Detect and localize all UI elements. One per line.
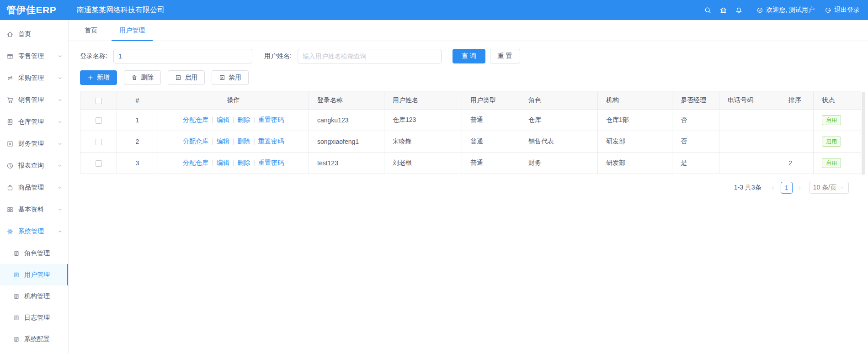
- row-is-manager: 否: [672, 131, 719, 153]
- sidebar-item-label: 采购管理: [18, 74, 44, 82]
- pagination-prev-button[interactable]: [768, 182, 779, 194]
- row-checkbox[interactable]: [96, 117, 102, 124]
- add-button[interactable]: 新增: [80, 70, 117, 85]
- sidebar-subitem-9-2[interactable]: 机构管理: [0, 285, 68, 307]
- action-link-1[interactable]: 编辑: [217, 116, 229, 123]
- column-header-2: 登录名称: [309, 91, 384, 110]
- login-name-input[interactable]: [113, 49, 252, 63]
- action-link-1[interactable]: 编辑: [217, 159, 229, 166]
- pagination-next-button[interactable]: [794, 182, 805, 194]
- delete-button[interactable]: 删除: [124, 70, 161, 85]
- table-scrollbar[interactable]: [862, 92, 865, 175]
- sidebar-item-9[interactable]: 系统管理: [0, 221, 68, 242]
- column-header-3: 用户姓名: [384, 91, 462, 110]
- user-name-input[interactable]: [298, 49, 442, 63]
- row-phone: [719, 131, 780, 153]
- action-link-2[interactable]: 删除: [237, 116, 250, 123]
- disable-button[interactable]: 禁用: [212, 70, 249, 85]
- row-login-name: songxiaofeng1: [309, 131, 384, 153]
- action-link-2[interactable]: 删除: [237, 137, 250, 145]
- sidebar-item-6[interactable]: 报表查询: [0, 155, 68, 177]
- row-user-name: 宋晓锋: [384, 131, 462, 153]
- sidebar-subitem-9-1[interactable]: 用户管理: [0, 264, 68, 285]
- row-status-cell: 启用: [814, 131, 861, 153]
- finance-icon: [6, 140, 14, 148]
- row-checkbox[interactable]: [96, 160, 102, 167]
- chevron-down-icon: [57, 141, 63, 147]
- goods-icon: [6, 184, 14, 191]
- enable-button[interactable]: 启用: [168, 70, 205, 85]
- user-status-icon: [756, 7, 763, 14]
- trash-icon: [131, 74, 138, 81]
- action-separator: |: [233, 116, 234, 123]
- action-link-1[interactable]: 编辑: [217, 137, 229, 145]
- row-is-manager: 是: [672, 153, 719, 174]
- user-welcome[interactable]: 欢迎您, 测试用户: [756, 6, 815, 14]
- action-link-0[interactable]: 分配仓库: [183, 116, 208, 123]
- sidebar-item-4[interactable]: 仓库管理: [0, 111, 68, 133]
- action-link-0[interactable]: 分配仓库: [183, 159, 208, 166]
- sidebar-item-0[interactable]: 首页: [0, 23, 68, 45]
- table-header-row: #操作登录名称用户姓名用户类型角色机构是否经理电话号码排序状态: [80, 91, 861, 110]
- chevron-right-icon: [797, 185, 803, 191]
- action-link-3[interactable]: 重置密码: [258, 137, 284, 145]
- page-size-select[interactable]: 10 条/页: [809, 182, 849, 194]
- column-header-10: 状态: [814, 91, 861, 110]
- sidebar-item-label: 销售管理: [18, 96, 44, 104]
- sidebar-subitem-9-0[interactable]: 角色管理: [0, 242, 68, 264]
- search-icon[interactable]: [700, 6, 715, 14]
- sidebar-item-1[interactable]: 零售管理: [0, 45, 68, 67]
- row-checkbox[interactable]: [96, 139, 102, 145]
- notification-bell-icon[interactable]: [731, 6, 746, 14]
- report-icon: [6, 162, 14, 169]
- select-all-checkbox[interactable]: [96, 98, 102, 104]
- table-row: 2分配仓库|编辑|删除|重置密码songxiaofeng1宋晓锋普通销售代表研发…: [80, 131, 861, 153]
- sales-icon: [6, 96, 14, 104]
- tab-home[interactable]: 首页: [77, 20, 105, 41]
- organization-icon[interactable]: [715, 6, 731, 14]
- sidebar-subitem-label: 机构管理: [24, 292, 50, 300]
- action-link-2[interactable]: 删除: [237, 159, 250, 166]
- tab-bar: 首页 用户管理: [69, 20, 868, 41]
- row-checkbox-cell: [80, 153, 117, 174]
- reset-button[interactable]: 重 置: [490, 49, 520, 63]
- sidebar-item-5[interactable]: 财务管理: [0, 133, 68, 155]
- login-name-label: 登录名称:: [80, 52, 107, 60]
- status-badge: 启用: [822, 137, 841, 147]
- row-is-manager: 否: [672, 110, 719, 131]
- sidebar-item-2[interactable]: 采购管理: [0, 67, 68, 89]
- sidebar-item-label: 报表查询: [18, 162, 44, 170]
- action-link-3[interactable]: 重置密码: [258, 159, 284, 166]
- sidebar-item-label: 基本资料: [18, 205, 44, 214]
- sidebar-item-label: 仓库管理: [18, 118, 44, 126]
- chevron-up-icon: [57, 229, 63, 234]
- table-toolbar: 新增 删除 启用 禁用: [80, 70, 861, 85]
- action-link-3[interactable]: 重置密码: [258, 116, 284, 123]
- table-row: 1分配仓库|编辑|删除|重置密码cangku123仓库123普通仓库仓库1部否启…: [80, 110, 861, 131]
- row-role: 财务: [520, 153, 598, 174]
- status-badge: 启用: [822, 158, 841, 168]
- sidebar-item-label: 财务管理: [18, 140, 44, 148]
- sidebar-menu: 首页零售管理采购管理销售管理仓库管理财务管理报表查询商品管理基本资料系统管理角色…: [0, 20, 69, 353]
- sidebar-subitem-label: 系统配置: [24, 335, 50, 343]
- row-actions: 分配仓库|编辑|删除|重置密码: [158, 110, 309, 131]
- sidebar-item-7[interactable]: 商品管理: [0, 177, 68, 199]
- pagination-total: 1-3 共3条: [734, 184, 761, 192]
- pagination-page-1[interactable]: 1: [781, 182, 793, 194]
- action-link-0[interactable]: 分配仓库: [183, 137, 208, 145]
- logout-button[interactable]: 退出登录: [825, 6, 860, 14]
- row-actions: 分配仓库|编辑|删除|重置密码: [158, 153, 309, 174]
- tab-user-management[interactable]: 用户管理: [112, 20, 153, 41]
- doc-icon: [13, 315, 20, 321]
- row-login-name: test123: [309, 153, 384, 174]
- search-button[interactable]: 查 询: [453, 49, 485, 63]
- sidebar-item-8[interactable]: 基本资料: [0, 199, 68, 221]
- sidebar-item-3[interactable]: 销售管理: [0, 89, 68, 111]
- plus-icon: [87, 74, 94, 81]
- row-user-name: 刘老根: [384, 153, 462, 174]
- sidebar-subitem-9-4[interactable]: 系统配置: [0, 328, 68, 350]
- sidebar-subitem-9-3[interactable]: 日志管理: [0, 307, 68, 328]
- chevron-down-icon: [57, 97, 63, 103]
- doc-icon: [13, 293, 20, 300]
- action-separator: |: [212, 137, 213, 145]
